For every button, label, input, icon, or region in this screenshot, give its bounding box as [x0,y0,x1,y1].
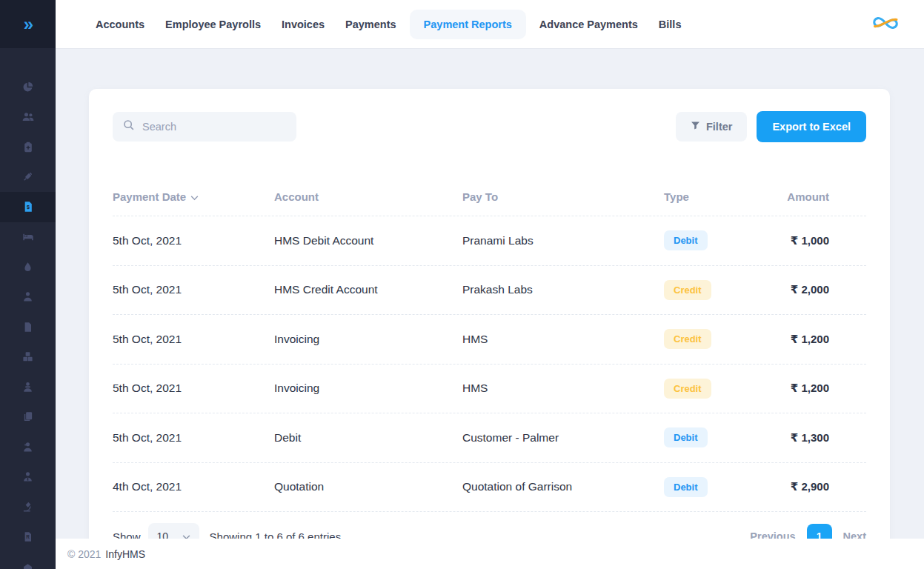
payments-table: Payment Date Account Pay To Type Amount … [113,178,866,512]
sidebar-item-diagnostics[interactable] [0,492,56,522]
amount-cell: ₹ 1,200 [780,333,866,346]
building-icon [21,561,34,569]
pay-to-cell: Prakash Labs [462,283,664,296]
infyhms-logo[interactable] [869,12,902,37]
sidebar-item-billing-active[interactable]: $ [0,192,56,222]
sidebar-item-dashboard[interactable] [0,72,56,102]
pay-to-cell: Quotation of Garrison [462,480,664,493]
app-window: Filter Export to Excel Payment Date Acco… [0,0,924,569]
account-cell: Invoicing [274,333,462,346]
nav-item-advance-payments[interactable]: Advance Payments [532,10,645,39]
table-header-row: Payment Date Account Pay To Type Amount [113,178,866,216]
svg-text:$: $ [27,204,30,210]
amount-cell: ₹ 1,000 [780,234,866,247]
table-row: 4th Oct, 2021 Quotation Quotation of Gar… [113,463,866,513]
column-header-pay-to: Pay To [462,190,664,203]
type-cell: Credit [664,329,780,349]
sidebar-item-case-records[interactable] [0,402,56,433]
type-cell: Debit [664,230,780,250]
sidebar-item-blood-bank[interactable] [0,252,56,282]
payment-date-cell: 5th Oct, 2021 [113,283,274,296]
sidebar-item-medical[interactable] [0,132,56,162]
search-box[interactable] [113,112,296,142]
records-icon [22,410,34,423]
search-input[interactable] [142,121,286,133]
double-chevron-right-icon: » [24,16,32,33]
amount-cell: ₹ 2,000 [780,283,866,296]
table-row: 5th Oct, 2021 HMS Credit Account Prakash… [113,266,866,316]
users-icon [21,110,35,124]
payment-date-cell: 4th Oct, 2021 [113,480,274,493]
table-toolbar: Filter Export to Excel [113,111,866,142]
sidebar-item-prescriptions[interactable]: R [0,522,56,553]
pie-chart-icon [21,81,34,93]
type-cell: Debit [664,477,780,497]
sidebar-item-documents[interactable] [0,312,56,342]
type-cell: Credit [664,280,780,300]
column-header-account: Account [274,190,462,203]
accountant-icon [21,470,34,483]
account-cell: HMS Credit Account [274,283,462,296]
table-row: 5th Oct, 2021 Invoicing HMS Credit ₹ 1,2… [113,315,866,365]
type-badge: Debit [664,477,708,497]
pay-to-cell: HMS [462,333,664,346]
amount-cell: ₹ 1,300 [780,431,866,445]
sidebar-item-partially-visible[interactable] [0,552,56,569]
microscope-icon [21,501,34,513]
sidebar-toggle-button[interactable]: » [0,0,56,48]
account-cell: Invoicing [274,382,462,395]
nav-item-bills[interactable]: Bills [651,10,689,39]
sidebar-item-users[interactable] [0,102,56,133]
nav-item-accounts[interactable]: Accounts [88,10,152,39]
toolbar-actions: Filter Export to Excel [676,111,866,142]
prescription-icon: R [22,530,33,543]
payment-reports-card: Filter Export to Excel Payment Date Acco… [89,89,890,569]
type-badge: Debit [664,230,708,250]
payment-date-cell: 5th Oct, 2021 [113,431,274,445]
medical-clipboard-icon [22,141,34,153]
type-badge: Credit [664,280,711,300]
nav-item-payments[interactable]: Payments [338,10,404,39]
payment-date-cell: 5th Oct, 2021 [113,382,274,395]
receptionist-icon [21,441,34,453]
infinity-logo-icon [869,12,902,37]
account-cell: HMS Debit Account [274,234,462,247]
billing-invoice-icon: $ [22,200,34,213]
brand-name: InfyHMS [105,548,145,560]
nav-item-employee-payrolls[interactable]: Employee Payrolls [158,10,268,39]
type-badge: Credit [664,329,711,349]
column-header-amount: Amount [780,190,866,203]
sidebar-item-receptionist[interactable] [0,432,56,462]
sidebar-item-inventory[interactable] [0,342,56,373]
payment-date-cell: 5th Oct, 2021 [113,333,274,346]
table-row: 5th Oct, 2021 Debit Customer - Palmer De… [113,413,866,463]
type-cell: Debit [664,427,780,447]
main-nav: Accounts Employee Payrolls Invoices Paym… [88,10,688,39]
filter-button[interactable]: Filter [676,112,747,142]
amount-cell: ₹ 1,200 [780,382,866,395]
sidebar-item-doctors[interactable] [0,282,56,313]
table-row: 5th Oct, 2021 Invoicing HMS Credit ₹ 1,2… [113,365,866,414]
column-header-payment-date[interactable]: Payment Date [113,190,274,203]
export-to-excel-button[interactable]: Export to Excel [757,111,866,142]
copyright-text: © 2021 [67,548,101,560]
sidebar-item-vaccination[interactable] [0,162,56,193]
nav-item-payment-reports[interactable]: Payment Reports [410,10,526,39]
funnel-icon [691,121,700,133]
sidebar-menu: $ R [0,48,56,569]
sidebar-item-patients[interactable] [0,372,56,402]
sidebar: » $ R [0,0,56,569]
svg-text:R: R [26,535,30,540]
column-header-type: Type [664,190,780,203]
sidebar-item-accountant[interactable] [0,462,56,493]
doctor-icon [21,290,34,303]
nav-item-invoices[interactable]: Invoices [274,10,332,39]
type-cell: Credit [664,379,780,399]
filter-label: Filter [706,121,732,133]
sort-chevron-down-icon [190,190,199,203]
search-icon [123,119,135,134]
pay-to-cell: HMS [462,382,664,395]
payment-date-cell: 5th Oct, 2021 [113,234,274,247]
amount-cell: ₹ 2,900 [780,480,866,493]
sidebar-item-bed-management[interactable] [0,222,56,253]
